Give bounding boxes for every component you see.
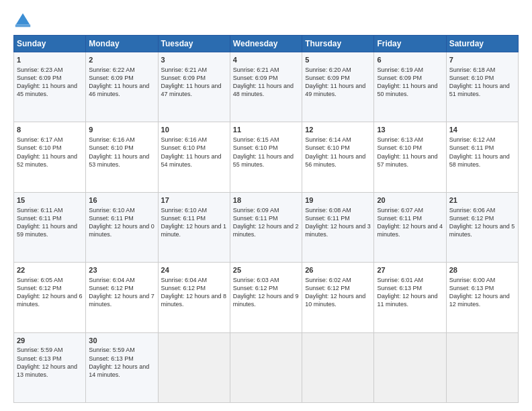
sunrise: Sunrise: 6:14 AM [305,136,351,143]
sunrise: Sunrise: 6:10 AM [89,207,135,214]
calendar-day-cell: 13Sunrise: 6:13 AMSunset: 6:10 PMDayligh… [374,122,446,192]
calendar-day-cell: 11Sunrise: 6:15 AMSunset: 6:10 PMDayligh… [230,122,302,192]
calendar-day-cell: 1Sunrise: 6:23 AMSunset: 6:09 PMDaylight… [14,52,86,122]
sunrise: Sunrise: 6:13 AM [377,136,423,143]
sunrise: Sunrise: 6:05 AM [17,277,63,283]
daylight: Daylight: 11 hours and 57 minutes. [377,153,437,168]
sunrise: Sunrise: 6:22 AM [89,66,135,73]
daylight: Daylight: 12 hours and 12 minutes. [449,293,510,308]
daylight: Daylight: 12 hours and 4 minutes. [377,223,443,238]
sunrise: Sunrise: 6:12 AM [449,136,496,143]
day-number: 13 [377,125,443,135]
day-number: 25 [233,265,299,275]
sunset: Sunset: 6:11 PM [17,215,62,222]
day-number: 9 [89,125,154,135]
day-number: 4 [233,55,299,65]
daylight: Daylight: 12 hours and 5 minutes. [449,223,515,238]
sunrise: Sunrise: 6:00 AM [449,277,496,283]
daylight: Daylight: 11 hours and 47 minutes. [161,83,222,97]
day-number: 26 [305,265,371,275]
sunrise: Sunrise: 6:17 AM [17,136,63,143]
sunset: Sunset: 6:11 PM [305,215,350,222]
daylight: Daylight: 12 hours and 13 minutes. [17,363,77,378]
sunset: Sunset: 6:13 PM [17,355,62,362]
daylight: Daylight: 12 hours and 1 minute. [161,223,227,238]
calendar-day-cell: 5Sunrise: 6:20 AMSunset: 6:09 PMDaylight… [302,52,374,122]
sunset: Sunset: 6:11 PM [449,144,494,151]
sunset: Sunset: 6:09 PM [305,75,350,81]
calendar-day-cell: 10Sunrise: 6:16 AMSunset: 6:10 PMDayligh… [158,122,230,192]
sunset: Sunset: 6:13 PM [449,285,494,291]
day-number: 19 [305,195,371,205]
day-number: 10 [161,125,227,135]
daylight: Daylight: 11 hours and 55 minutes. [233,153,294,168]
daylight: Daylight: 12 hours and 3 minutes. [305,223,371,238]
logo [13,11,35,30]
weekday-header: Friday [374,36,446,52]
day-number: 28 [449,265,515,275]
weekday-header: Thursday [302,36,374,52]
day-number: 8 [17,125,83,135]
calendar-day-cell [374,332,446,402]
day-number: 15 [17,195,83,205]
sunset: Sunset: 6:12 PM [305,285,350,291]
sunrise: Sunrise: 6:02 AM [305,277,351,283]
calendar-day-cell: 22Sunrise: 6:05 AMSunset: 6:12 PMDayligh… [14,263,86,332]
calendar-day-cell: 17Sunrise: 6:10 AMSunset: 6:11 PMDayligh… [158,192,230,262]
calendar-week-row: 29Sunrise: 5:59 AMSunset: 6:13 PMDayligh… [14,332,519,402]
day-number: 14 [449,125,515,135]
day-number: 22 [17,265,83,275]
sunset: Sunset: 6:13 PM [377,285,422,291]
calendar-day-cell: 16Sunrise: 6:10 AMSunset: 6:11 PMDayligh… [86,192,158,262]
header [13,11,519,30]
calendar-day-cell: 30Sunrise: 5:59 AMSunset: 6:13 PMDayligh… [86,332,158,402]
sunset: Sunset: 6:11 PM [233,215,278,222]
sunrise: Sunrise: 6:06 AM [449,207,496,214]
sunset: Sunset: 6:12 PM [161,285,206,291]
calendar-day-cell [446,332,518,402]
sunset: Sunset: 6:12 PM [449,215,494,222]
calendar-day-cell: 21Sunrise: 6:06 AMSunset: 6:12 PMDayligh… [446,192,518,262]
day-number: 3 [161,55,227,65]
day-number: 2 [89,55,154,65]
calendar-day-cell [230,332,302,402]
calendar-day-cell [302,332,374,402]
sunrise: Sunrise: 6:03 AM [233,277,279,283]
sunset: Sunset: 6:09 PM [17,75,62,81]
daylight: Daylight: 11 hours and 51 minutes. [449,83,510,97]
sunrise: Sunrise: 6:04 AM [161,277,208,283]
daylight: Daylight: 12 hours and 0 minutes. [89,223,154,238]
daylight: Daylight: 12 hours and 9 minutes. [233,293,299,308]
sunset: Sunset: 6:10 PM [17,144,62,151]
sunrise: Sunrise: 5:59 AM [17,347,63,353]
sunrise: Sunrise: 6:16 AM [161,136,208,143]
sunrise: Sunrise: 6:21 AM [161,66,208,73]
daylight: Daylight: 11 hours and 46 minutes. [89,83,149,97]
sunrise: Sunrise: 6:07 AM [377,207,423,214]
calendar-day-cell: 23Sunrise: 6:04 AMSunset: 6:12 PMDayligh… [86,263,158,332]
sunset: Sunset: 6:09 PM [233,75,278,81]
calendar-day-cell: 28Sunrise: 6:00 AMSunset: 6:13 PMDayligh… [446,263,518,332]
weekday-header: Wednesday [230,36,302,52]
page: SundayMondayTuesdayWednesdayThursdayFrid… [0,0,532,411]
sunset: Sunset: 6:11 PM [161,215,206,222]
calendar-day-cell: 8Sunrise: 6:17 AMSunset: 6:10 PMDaylight… [14,122,86,192]
calendar-day-cell [158,332,230,402]
calendar-week-row: 15Sunrise: 6:11 AMSunset: 6:11 PMDayligh… [14,192,519,262]
sunrise: Sunrise: 6:20 AM [305,66,351,73]
sunrise: Sunrise: 5:59 AM [89,347,135,353]
sunrise: Sunrise: 6:16 AM [89,136,135,143]
sunset: Sunset: 6:12 PM [89,285,134,291]
sunrise: Sunrise: 6:19 AM [377,66,423,73]
sunset: Sunset: 6:09 PM [161,75,206,81]
day-number: 11 [233,125,299,135]
weekday-header: Tuesday [158,36,230,52]
day-number: 12 [305,125,371,135]
calendar-day-cell: 7Sunrise: 6:18 AMSunset: 6:10 PMDaylight… [446,52,518,122]
daylight: Daylight: 12 hours and 14 minutes. [89,363,149,378]
daylight: Daylight: 12 hours and 10 minutes. [305,293,365,308]
calendar-day-cell: 3Sunrise: 6:21 AMSunset: 6:09 PMDaylight… [158,52,230,122]
sunset: Sunset: 6:13 PM [89,355,134,362]
calendar-table: SundayMondayTuesdayWednesdayThursdayFrid… [13,35,519,403]
daylight: Daylight: 12 hours and 11 minutes. [377,293,437,308]
